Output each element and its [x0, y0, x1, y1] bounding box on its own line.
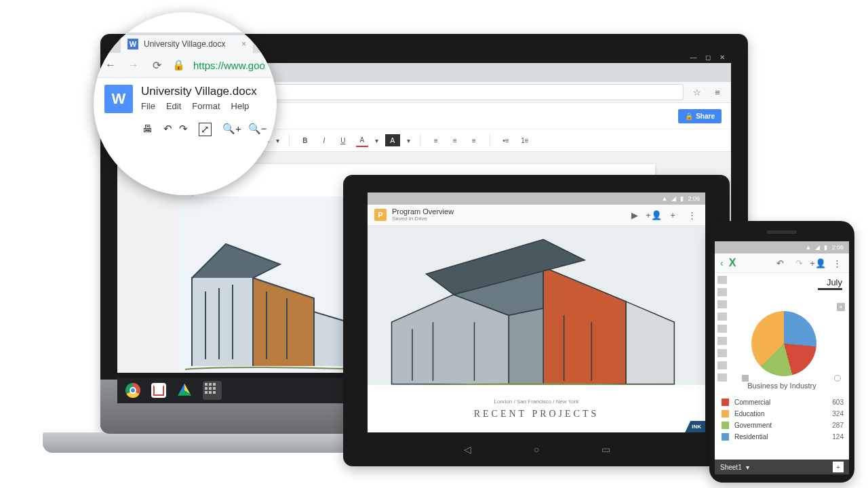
- align-left-icon[interactable]: ≡: [430, 134, 442, 146]
- android-statusbar: ▲ ◢ ▮ 2:06: [715, 241, 849, 253]
- present-icon[interactable]: ▶: [628, 208, 642, 222]
- chart-title: Business by Industry: [715, 382, 849, 390]
- menu-bar: File Edit Format Help: [141, 101, 257, 111]
- zoom-toolbar: ← → ⟳ 🔒 https://www.goo: [94, 53, 277, 78]
- legend-item: Education324: [722, 408, 844, 420]
- swatch-icon: [722, 433, 729, 441]
- drive-icon[interactable]: [177, 383, 192, 398]
- lock-icon: 🔒: [172, 59, 185, 71]
- tablet-screen: ▲ ◢ ▮ 2:06 P Program Overview Saved in D…: [368, 192, 705, 432]
- back-icon[interactable]: ←: [103, 58, 118, 73]
- highlight-icon[interactable]: A: [385, 134, 400, 146]
- zoom-out-icon[interactable]: 🔍−: [248, 123, 267, 136]
- overflow-icon[interactable]: ⋮: [830, 256, 844, 270]
- powerpoint-icon: P: [374, 209, 387, 221]
- minimize-icon[interactable]: —: [690, 54, 697, 61]
- close-icon[interactable]: ✕: [718, 54, 726, 61]
- word-icon: W: [127, 39, 138, 49]
- chart-close-icon[interactable]: ×: [837, 303, 845, 311]
- menu-help[interactable]: Help: [231, 101, 250, 111]
- url-text[interactable]: https://www.goo: [193, 60, 265, 71]
- signal-icon: ◢: [671, 195, 676, 202]
- bold-icon[interactable]: B: [299, 134, 311, 146]
- presentation-title[interactable]: Program Overview: [392, 208, 454, 216]
- chart-handle-icon[interactable]: [742, 375, 749, 382]
- print-icon[interactable]: 🖶: [142, 123, 153, 136]
- share-button[interactable]: 🔒 Share: [678, 109, 722, 123]
- apps-grid-icon[interactable]: [203, 381, 222, 400]
- add-icon[interactable]: +: [666, 208, 679, 222]
- menu-file[interactable]: File: [141, 101, 155, 111]
- chart-handle-icon[interactable]: [834, 375, 841, 382]
- android-statusbar: ▲ ◢ ▮ 2:06: [368, 192, 705, 205]
- slides-header: P Program Overview Saved in Drive ▶ +👤 +…: [368, 205, 705, 226]
- cities-text: London / San Francisco / New York: [494, 399, 579, 405]
- month-indicator: [818, 288, 842, 290]
- overflow-icon[interactable]: ⋮: [685, 208, 698, 222]
- reload-icon[interactable]: ⟳: [149, 58, 164, 73]
- battery-icon: ▮: [824, 244, 827, 251]
- phone-screen: ▲ ◢ ▮ 2:06 ‹ X ↶ ↷ +👤 ⋮ July × Business …: [715, 241, 849, 474]
- back-icon[interactable]: ‹: [720, 258, 724, 268]
- pie-chart[interactable]: [751, 311, 816, 376]
- redo-icon[interactable]: ↷: [179, 123, 188, 136]
- italic-icon[interactable]: I: [318, 134, 330, 146]
- undo-icon[interactable]: ↶: [163, 123, 172, 136]
- nav-home-icon[interactable]: ○: [529, 442, 544, 457]
- status-time: 2:06: [831, 244, 844, 251]
- chevron-down-icon[interactable]: ▾: [375, 137, 378, 144]
- add-person-icon[interactable]: +👤: [811, 256, 825, 270]
- building-sketch: [178, 197, 368, 373]
- month-label: July: [827, 277, 842, 287]
- chevron-down-icon[interactable]: ▾: [746, 464, 749, 471]
- fit-icon[interactable]: ⤢: [199, 123, 212, 136]
- save-status: Saved in Drive: [392, 216, 454, 222]
- align-right-icon[interactable]: ≡: [468, 134, 480, 146]
- align-center-icon[interactable]: ≡: [449, 134, 461, 146]
- wifi-icon: ▲: [806, 244, 812, 251]
- tab-title: University Village.docx: [144, 39, 226, 49]
- swatch-icon: [722, 410, 729, 418]
- phone-device: ▲ ◢ ▮ 2:06 ‹ X ↶ ↷ +👤 ⋮ July × Business …: [709, 221, 854, 483]
- add-sheet-button[interactable]: +: [833, 462, 844, 472]
- list-numbered-icon[interactable]: 1≡: [519, 134, 531, 146]
- undo-icon[interactable]: ↶: [773, 256, 787, 270]
- tab-close-icon[interactable]: ×: [241, 39, 246, 49]
- list-bulleted-icon[interactable]: •≡: [500, 134, 512, 146]
- forward-icon[interactable]: →: [126, 58, 141, 73]
- menu-format[interactable]: Format: [192, 101, 220, 111]
- battery-icon: ▮: [680, 195, 684, 202]
- zoom-toolbar-row: 🖶 ↶ ↷ ⤢ 🔍+ 🔍−: [94, 113, 277, 136]
- text-color-icon[interactable]: A: [356, 134, 368, 147]
- excel-icon: X: [729, 257, 736, 269]
- browser-menu-icon[interactable]: ≡: [711, 85, 724, 99]
- redo-icon[interactable]: ↷: [792, 256, 806, 270]
- nav-recent-icon[interactable]: ▭: [598, 442, 613, 457]
- signal-icon: ◢: [815, 244, 820, 251]
- swatch-icon: [722, 422, 729, 429]
- underline-icon[interactable]: U: [337, 134, 349, 146]
- sheet-tab-active[interactable]: Sheet1: [720, 464, 742, 471]
- nav-back-icon[interactable]: ◁: [460, 442, 475, 457]
- bookmark-icon[interactable]: ☆: [690, 85, 704, 99]
- slide-canvas[interactable]: London / San Francisco / New York RECENT…: [368, 226, 705, 432]
- swatch-icon: [722, 399, 729, 406]
- chart-legend: Commercial603 Education324 Government287…: [722, 396, 844, 443]
- maximize-icon[interactable]: ◻: [704, 54, 711, 61]
- browser-tab[interactable]: W University Village.docx ×: [121, 35, 253, 53]
- ink-badge: INK: [685, 421, 705, 432]
- wifi-icon: ▲: [662, 195, 668, 202]
- word-app-icon: W: [104, 85, 133, 113]
- chrome-icon[interactable]: [125, 383, 140, 398]
- chevron-down-icon[interactable]: ▾: [276, 137, 279, 144]
- android-navbar: ◁ ○ ▭: [343, 442, 730, 457]
- add-person-icon[interactable]: +👤: [647, 208, 660, 222]
- menu-edit[interactable]: Edit: [166, 101, 181, 111]
- chevron-down-icon[interactable]: ▾: [407, 137, 410, 144]
- gmail-icon[interactable]: [151, 383, 166, 398]
- zoom-in-icon[interactable]: 🔍+: [222, 123, 241, 136]
- phone-speaker: [767, 230, 797, 234]
- sheets-header: ‹ X ↶ ↷ +👤 ⋮: [715, 253, 849, 273]
- document-title[interactable]: University Village.docx: [141, 85, 257, 98]
- sheet-canvas[interactable]: July × Business by Industry Commercial60…: [715, 273, 849, 460]
